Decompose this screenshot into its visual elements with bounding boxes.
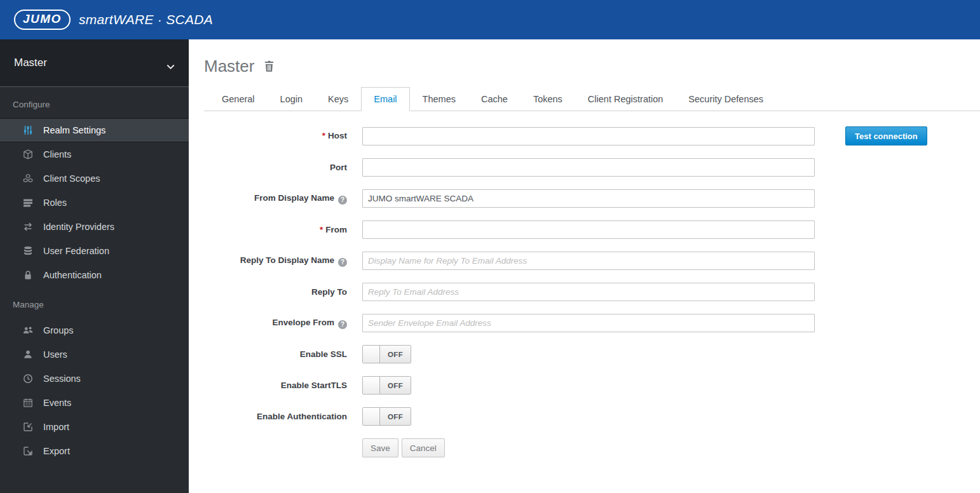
chevron-down-icon xyxy=(167,60,175,66)
sidebar-item-export[interactable]: Export xyxy=(0,439,189,463)
lock-icon xyxy=(23,270,34,281)
main-content: Master GeneralLoginKeysEmailThemesCacheT… xyxy=(189,39,980,493)
field-label: *From xyxy=(204,225,347,235)
help-icon[interactable]: ? xyxy=(338,320,347,329)
reply-to-input[interactable] xyxy=(362,283,815,301)
form-row-from-display-name: From Display Name? xyxy=(204,189,980,208)
form-actions: SaveCancel xyxy=(362,438,445,457)
field-label-text: Reply To Display Name xyxy=(240,255,334,265)
field-label-text: From xyxy=(325,225,347,234)
form-row-envelope-from: Envelope From? xyxy=(204,314,980,332)
export-icon xyxy=(23,446,34,457)
sidebar-item-label: Users xyxy=(43,349,67,360)
field-label: Reply To xyxy=(204,287,347,297)
help-icon[interactable]: ? xyxy=(338,196,347,205)
sidebar-item-label: Events xyxy=(43,398,71,408)
sidebar-item-label: Client Scopes xyxy=(43,173,100,184)
sidebar-item-label: Groups xyxy=(43,325,74,335)
field-label: Port xyxy=(204,163,347,173)
field-label-text: Envelope From xyxy=(272,318,334,327)
test-connection-button[interactable]: Test connection xyxy=(845,126,927,145)
field-control xyxy=(362,220,815,239)
form-row-reply-to: Reply To xyxy=(204,283,980,301)
field-label-text: Reply To xyxy=(311,287,347,297)
tab-general[interactable]: General xyxy=(209,87,268,111)
field-label-text: Enable SSL xyxy=(300,349,347,359)
page-title: Master xyxy=(204,57,254,76)
sidebar-item-label: Roles xyxy=(43,198,67,208)
sidebar-item-identity-providers[interactable]: Identity Providers xyxy=(0,215,189,239)
tab-client-registration[interactable]: Client Registration xyxy=(575,87,676,111)
form-actions-row: SaveCancel xyxy=(204,438,980,457)
product-name: smartWARE · SCADA xyxy=(79,12,213,27)
sliders-icon xyxy=(23,125,34,136)
app-window: JUMO smartWARE · SCADA Master ConfigureR… xyxy=(0,0,980,493)
form-row-port: Port xyxy=(204,158,980,177)
sidebar-item-events[interactable]: Events xyxy=(0,391,189,415)
jumo-logo: JUMO xyxy=(14,10,71,30)
field-control: OFF xyxy=(362,376,411,395)
groups-icon xyxy=(23,325,34,336)
tab-security-defenses[interactable]: Security Defenses xyxy=(676,87,776,111)
sidebar-item-import[interactable]: Import xyxy=(0,415,189,439)
sidebar-item-groups[interactable]: Groups xyxy=(0,318,189,342)
field-label: Enable StartTLS xyxy=(204,381,347,391)
from-input[interactable] xyxy=(362,220,815,239)
sidebar-item-label: Clients xyxy=(43,149,71,159)
sidebar-item-label: Authentication xyxy=(43,270,102,280)
field-label: *Host xyxy=(204,131,347,141)
enable-starttls-toggle[interactable]: OFF xyxy=(362,376,411,395)
tab-bar: GeneralLoginKeysEmailThemesCacheTokensCl… xyxy=(204,87,980,111)
field-label: Reply To Display Name? xyxy=(204,255,347,267)
sidebar-section-title: Manage xyxy=(0,287,189,318)
sidebar-item-user-federation[interactable]: User Federation xyxy=(0,239,189,263)
tab-tokens[interactable]: Tokens xyxy=(521,87,575,111)
field-control xyxy=(362,158,815,177)
sidebar-item-clients[interactable]: Clients xyxy=(0,142,189,166)
tab-themes[interactable]: Themes xyxy=(410,87,468,111)
field-control xyxy=(362,252,815,270)
clock-icon xyxy=(23,374,34,384)
calendar-icon xyxy=(23,398,34,409)
reply-to-display-name-input[interactable] xyxy=(362,252,815,270)
form-row-host: *HostTest connection xyxy=(204,126,980,145)
enable-ssl-toggle[interactable]: OFF xyxy=(362,345,411,363)
port-input[interactable] xyxy=(362,158,815,177)
toggle-handle xyxy=(363,377,380,394)
tab-email[interactable]: Email xyxy=(361,87,409,111)
sidebar-item-roles[interactable]: Roles xyxy=(0,191,189,215)
database-icon xyxy=(23,246,34,257)
sidebar-item-label: Realm Settings xyxy=(43,125,105,135)
toggle-state-label: OFF xyxy=(380,346,411,363)
toggle-state-label: OFF xyxy=(380,408,411,425)
tab-keys[interactable]: Keys xyxy=(315,87,361,111)
envelope-from-input[interactable] xyxy=(362,314,815,332)
field-label-text: Enable StartTLS xyxy=(281,381,347,390)
save-button[interactable]: Save xyxy=(362,438,398,457)
field-label-text: From Display Name xyxy=(254,193,334,203)
sidebar-item-label: Identity Providers xyxy=(43,222,114,232)
list-icon xyxy=(23,198,34,208)
field-label-text: Port xyxy=(330,163,347,172)
sidebar: Master ConfigureRealm SettingsClientsCli… xyxy=(0,39,189,493)
sidebar-item-sessions[interactable]: Sessions xyxy=(0,367,189,391)
trash-icon[interactable] xyxy=(264,60,275,72)
tab-login[interactable]: Login xyxy=(268,87,315,111)
host-input[interactable] xyxy=(362,127,815,145)
enable-authentication-toggle[interactable]: OFF xyxy=(362,407,411,426)
sidebar-item-realm-settings[interactable]: Realm Settings xyxy=(0,118,189,142)
cubes-icon xyxy=(23,173,34,184)
sidebar-item-label: Export xyxy=(43,446,70,456)
help-icon[interactable]: ? xyxy=(338,258,347,267)
sidebar-item-label: User Federation xyxy=(43,246,109,256)
sidebar-item-authentication[interactable]: Authentication xyxy=(0,263,189,287)
sidebar-item-label: Import xyxy=(43,422,69,432)
field-control: OFF xyxy=(362,345,411,363)
sidebar-item-users[interactable]: Users xyxy=(0,342,189,367)
realm-selector-dropdown[interactable]: Master xyxy=(0,39,189,87)
cube-icon xyxy=(23,149,34,160)
sidebar-item-client-scopes[interactable]: Client Scopes xyxy=(0,166,189,191)
cancel-button[interactable]: Cancel xyxy=(402,438,445,457)
from-display-name-input[interactable] xyxy=(362,189,815,208)
tab-cache[interactable]: Cache xyxy=(468,87,521,111)
